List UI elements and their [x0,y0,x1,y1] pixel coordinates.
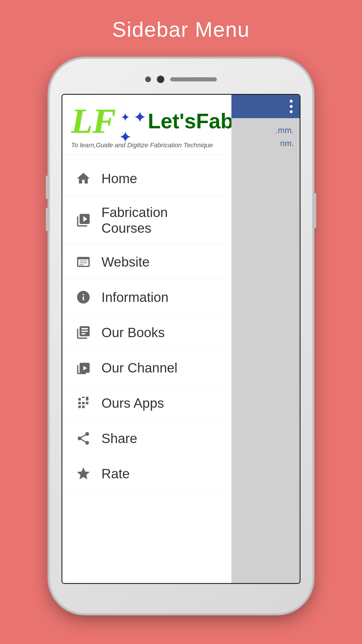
menu-list: Home Fabrication Courses [62,155,231,583]
menu-item-website[interactable]: Website [62,244,231,280]
brand-name: Let'sFab [148,109,233,133]
logo-area: LF ✦ ✦ ✦ Let'sFab To learn,Guide and Dig… [62,95,231,155]
front-camera-icon [157,76,164,83]
menu-label-ours-apps: Ours Apps [101,395,164,411]
right-panel-header [231,95,300,118]
logo-container: LF ✦ ✦ ✦ Let'sFab [71,104,223,139]
book-icon [74,323,93,342]
star-rating-icon [74,464,93,483]
volume-up-button [46,176,50,199]
menu-item-ours-apps[interactable]: Ours Apps [62,386,231,421]
speaker-icon [170,77,217,81]
logo-text: Let'sFab [148,109,233,133]
text-line-2: nm. [280,139,294,148]
dot-2 [290,105,293,108]
channel-icon [74,358,93,377]
page-title: Sidebar Menu [112,18,250,41]
logo-letters: LF [71,104,116,139]
menu-item-rate[interactable]: Rate [62,456,231,491]
dot-1 [290,100,293,103]
camera-icon [145,76,151,82]
video-icon [74,211,93,230]
right-panel: .mm. nm. [231,95,300,583]
menu-label-website: Website [101,254,150,270]
phone-top-bar [59,68,303,91]
text-line-1: .mm. [276,126,294,135]
menu-item-our-books[interactable]: Our Books [62,315,231,350]
tagline: To learn,Guide and Digitize Fabrication … [71,141,223,149]
menu-item-share[interactable]: Share [62,421,231,456]
menu-label-our-books: Our Books [101,325,165,340]
apps-icon [74,394,93,412]
menu-label-home: Home [101,171,137,186]
menu-item-information[interactable]: Information [62,280,231,315]
right-panel-content: .mm. nm. [231,118,300,583]
menu-label-our-channel: Our Channel [101,360,178,376]
phone-frame: LF ✦ ✦ ✦ Let'sFab To learn,Guide and Dig… [50,59,312,613]
menu-item-our-channel[interactable]: Our Channel [62,350,231,386]
dot-3 [290,110,293,113]
menu-label-information: Information [101,289,168,305]
right-panel-text: .mm. nm. [237,124,294,150]
share-icon [74,429,93,448]
menu-item-fabrication-courses[interactable]: Fabrication Courses [62,196,231,244]
logo-lf: LF [71,104,116,139]
volume-down-button [46,208,50,231]
info-icon [74,288,93,307]
star-icon-1: ✦ [119,108,132,127]
overflow-menu-icon[interactable] [290,100,293,113]
home-icon [74,169,93,188]
star-icon-2: ✦ [133,108,147,127]
menu-label-share: Share [101,430,137,446]
phone-screen: LF ✦ ✦ ✦ Let'sFab To learn,Guide and Dig… [61,94,301,584]
menu-label-fabrication-courses: Fabrication Courses [101,204,220,236]
menu-item-home[interactable]: Home [62,161,231,196]
menu-label-rate: Rate [101,466,130,482]
power-button [312,193,316,228]
browser-icon [74,253,93,271]
star-cluster: ✦ ✦ ✦ [119,108,145,134]
sidebar: LF ✦ ✦ ✦ Let'sFab To learn,Guide and Dig… [62,95,231,583]
